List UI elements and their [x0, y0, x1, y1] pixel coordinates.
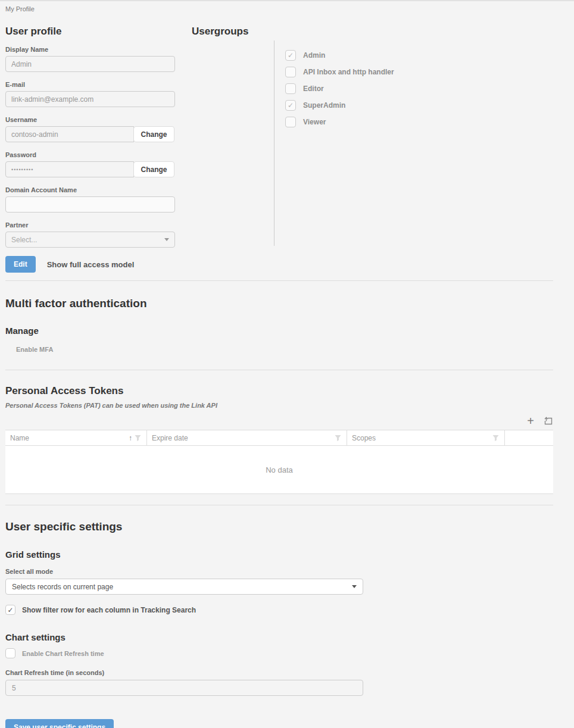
filter-row-label: Show filter row for each column in Track… — [22, 606, 196, 614]
usergroup-checkbox-superadmin[interactable]: ✓ — [285, 100, 296, 111]
email-input[interactable]: link-admin@example.com — [5, 91, 175, 107]
no-data-text: No data — [266, 465, 293, 474]
chart-settings-title: Chart settings — [5, 632, 553, 642]
column-chooser-icon — [544, 416, 553, 426]
filter-row-checkbox[interactable]: ✓ — [5, 605, 15, 615]
enable-chart-refresh-checkbox[interactable]: ✓ — [5, 648, 15, 658]
enable-mfa-link[interactable]: Enable MFA — [16, 346, 553, 353]
column-header-scopes[interactable]: Scopes — [347, 430, 505, 445]
plus-icon: + — [527, 415, 534, 427]
domain-account-label: Domain Account Name — [5, 186, 175, 193]
chart-refresh-time-label: Chart Refresh time (in seconds) — [5, 669, 553, 676]
user-profile-form: User profile Display Name Admin E-mail l… — [5, 26, 175, 273]
change-username-button[interactable]: Change — [133, 126, 174, 142]
sort-ascending-icon[interactable]: ↑ — [129, 434, 132, 442]
usergroup-label: Admin — [303, 51, 325, 60]
partner-select[interactable]: Select... — [5, 232, 175, 248]
user-specific-settings-title: User specific settings — [5, 520, 553, 533]
usergroup-item-admin: ✓ Admin — [285, 50, 394, 61]
chart-refresh-time-input[interactable]: 5 — [5, 680, 363, 696]
display-name-label: Display Name — [5, 46, 175, 53]
usergroups-list: ✓ Admin ✓ API Inbox and http handler ✓ E… — [274, 40, 394, 246]
usergroup-checkbox-admin[interactable]: ✓ — [285, 50, 296, 61]
pat-table: Name ↑ Expire date Scopes No da — [5, 430, 553, 494]
breadcrumb: My Profile — [5, 1, 553, 13]
chevron-down-icon — [352, 585, 357, 588]
divider — [5, 280, 553, 281]
usergroup-label: Viewer — [303, 118, 326, 126]
usergroup-checkbox-viewer[interactable]: ✓ — [285, 117, 296, 127]
partner-label: Partner — [5, 221, 175, 229]
column-chooser-button[interactable] — [544, 416, 553, 426]
pat-subtitle: Personal Access Tokens (PAT) can be used… — [5, 402, 553, 409]
usergroup-item-viewer: ✓ Viewer — [285, 117, 394, 127]
display-name-input[interactable]: Admin — [5, 56, 175, 72]
email-field: E-mail link-admin@example.com — [5, 81, 175, 107]
pat-toolbar: + — [5, 414, 553, 428]
password-input[interactable]: ••••••••• — [5, 161, 134, 177]
save-user-settings-button[interactable]: Save user specific settings — [5, 719, 114, 728]
column-header-name[interactable]: Name ↑ — [5, 430, 147, 445]
usergroup-label: Editor — [303, 85, 324, 93]
password-field: Password ••••••••• Change — [5, 151, 175, 177]
filter-icon[interactable] — [134, 434, 142, 442]
filter-icon[interactable] — [492, 434, 500, 442]
email-label: E-mail — [5, 81, 175, 88]
pat-table-header: Name ↑ Expire date Scopes — [5, 430, 553, 446]
usergroups-title: Usergroups — [192, 26, 394, 38]
mfa-title: Multi factor authentication — [5, 297, 553, 310]
pat-title: Personal Access Tokens — [5, 385, 553, 397]
enable-chart-refresh-setting: ✓ Enable Chart Refresh time — [5, 648, 553, 658]
filter-row-setting: ✓ Show filter row for each column in Tra… — [5, 605, 553, 615]
usergroup-item-editor: ✓ Editor — [285, 83, 394, 94]
display-name-field: Display Name Admin — [5, 46, 175, 72]
password-label: Password — [5, 151, 175, 158]
pat-table-body: No data — [5, 446, 553, 493]
username-label: Username — [5, 116, 175, 123]
change-password-button[interactable]: Change — [133, 161, 174, 177]
profile-and-usergroups-section: User profile Display Name Admin E-mail l… — [5, 26, 553, 280]
usergroup-item-superadmin: ✓ SuperAdmin — [285, 100, 394, 111]
domain-account-field: Domain Account Name — [5, 186, 175, 213]
usergroup-checkbox-api-inbox[interactable]: ✓ — [285, 67, 296, 77]
usergroup-label: API Inbox and http handler — [303, 68, 394, 76]
divider — [5, 505, 553, 505]
select-all-mode-label: Select all mode — [5, 568, 553, 575]
column-header-expire-date[interactable]: Expire date — [147, 430, 347, 445]
edit-button[interactable]: Edit — [5, 256, 36, 273]
chevron-down-icon — [164, 238, 169, 241]
select-all-mode-select[interactable]: Selects records on current page — [5, 579, 363, 595]
usergroup-checkbox-editor[interactable]: ✓ — [285, 83, 296, 94]
column-header-actions — [505, 430, 553, 445]
enable-chart-refresh-label: Enable Chart Refresh time — [22, 650, 104, 657]
mfa-manage-title: Manage — [5, 326, 553, 336]
grid-settings-title: Grid settings — [5, 549, 553, 560]
divider — [5, 370, 553, 370]
select-all-mode-value: Selects records on current page — [12, 583, 113, 591]
partner-select-placeholder: Select... — [11, 236, 37, 244]
edit-row: Edit Show full access model — [5, 256, 175, 273]
usergroup-label: SuperAdmin — [303, 101, 345, 110]
username-input[interactable]: contoso-admin — [5, 126, 134, 142]
add-token-button[interactable]: + — [527, 415, 534, 427]
usergroups-panel: Usergroups ✓ Admin ✓ API Inbox and http … — [192, 26, 394, 246]
show-full-access-model-link[interactable]: Show full access model — [47, 260, 135, 269]
filter-icon[interactable] — [334, 434, 342, 442]
my-profile-page: My Profile User profile Display Name Adm… — [0, 0, 574, 728]
usergroup-item-api-inbox: ✓ API Inbox and http handler — [285, 67, 394, 77]
domain-account-input[interactable] — [5, 196, 175, 213]
username-field: Username contoso-admin Change — [5, 116, 175, 142]
partner-field: Partner Select... — [5, 221, 175, 248]
user-profile-title: User profile — [5, 26, 175, 38]
save-row: Save user specific settings — [5, 719, 553, 728]
